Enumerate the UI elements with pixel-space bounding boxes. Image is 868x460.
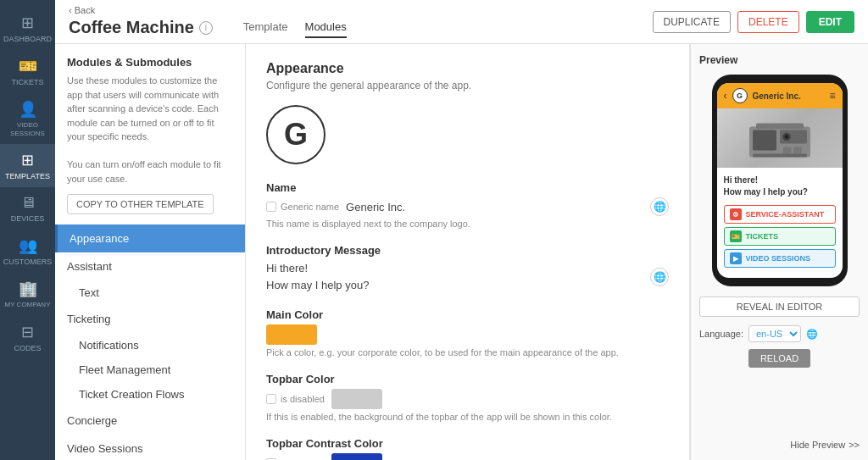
topbar-left: ‹ Back Coffee Machine i Template Modules	[69, 5, 347, 38]
topbar-color-checkbox-label[interactable]: is disabled	[266, 394, 325, 404]
intro-text: Hi there! How may I help you?	[266, 260, 643, 293]
topbar-color-checkbox[interactable]	[266, 394, 276, 404]
topbar-contrast-color-field: Topbar Contrast Color is disabled If thi…	[266, 437, 669, 460]
sidebar-item-dashboard[interactable]: ⊞ DASHBOARD	[0, 7, 55, 50]
sidebar-item-codes[interactable]: ⊟ CODES	[0, 316, 55, 359]
name-checkbox[interactable]	[266, 202, 276, 212]
svg-point-6	[784, 135, 788, 139]
service-icon: ⚙	[730, 208, 742, 220]
modules-header: Modules & Submodules	[55, 44, 245, 74]
sidebar-item-video-sessions[interactable]: 👤 VIDEO SESSIONS	[0, 93, 55, 144]
center-content: Appearance Configure the general appeara…	[246, 44, 690, 460]
sidebar-item-my-company[interactable]: 🏢 MY COMPANY	[0, 273, 55, 316]
phone-menu-icon: ≡	[829, 90, 835, 102]
appearance-title: Appearance	[266, 61, 669, 76]
main-color-swatch[interactable]	[266, 324, 317, 345]
modules-panel: Modules & Submodules Use these modules t…	[55, 44, 246, 460]
sidebar-item-tickets[interactable]: 🎫 TICKETS	[0, 50, 55, 93]
main-color-desc: Pick a color, e.g. your corporate color,…	[266, 347, 669, 357]
phone-logo-small: G	[732, 88, 748, 103]
tickets-icon-small: 🎫	[730, 230, 742, 242]
module-section-ticketing[interactable]: Ticketing	[55, 305, 245, 333]
name-value: Generic Inc.	[346, 201, 643, 213]
topbar-contrast-swatch[interactable]	[331, 453, 382, 460]
module-sub-item-ticket-creation-flows[interactable]: Ticket Creation Flows	[55, 382, 245, 407]
svg-rect-8	[756, 123, 804, 128]
my-company-icon: 🏢	[19, 280, 37, 298]
main-color-label: Main Color	[266, 308, 669, 321]
info-icon[interactable]: i	[199, 21, 213, 35]
chevron-right-icon: >>	[849, 440, 860, 450]
module-section-concierge[interactable]: Concierge	[55, 407, 245, 435]
module-sub-item-text[interactable]: Text	[55, 280, 245, 305]
topbar-color-field: Topbar Color is disabled If this is enab…	[266, 373, 669, 422]
svg-rect-1	[753, 130, 776, 150]
phone-content: Hi there! How may I help you? ⚙ SERVICE-…	[717, 168, 843, 278]
language-globe-icon: 🌐	[806, 329, 818, 340]
name-field: Name Generic name Generic Inc. 🌐 This na…	[266, 181, 669, 229]
module-item-appearance[interactable]: Appearance	[55, 224, 245, 252]
module-sub-item-notifications[interactable]: Notifications	[55, 333, 245, 357]
language-select[interactable]: en-US	[748, 325, 801, 342]
dashboard-icon: ⊞	[21, 14, 34, 32]
phone-company-name: Generic Inc.	[753, 91, 825, 101]
reveal-in-editor-button[interactable]: REVEAL IN EDITOR	[699, 297, 860, 317]
phone-topbar: ‹ G Generic Inc. ≡	[717, 83, 843, 108]
phone-btn-service[interactable]: ⚙ SERVICE-ASSISTANT	[724, 205, 836, 224]
reload-button[interactable]: RELOAD	[748, 349, 810, 368]
back-link[interactable]: ‹ Back	[69, 5, 347, 15]
phone-screen: ‹ G Generic Inc. ≡	[717, 83, 843, 278]
content-row: Modules & Submodules Use these modules t…	[55, 44, 868, 460]
sidebar-item-templates[interactable]: ⊞ TEMPLATES	[0, 144, 55, 187]
topbar-color-swatch[interactable]	[331, 389, 382, 409]
sidebar-item-customers[interactable]: 👥 CUSTOMERS	[0, 230, 55, 273]
page-title: Coffee Machine	[69, 18, 194, 37]
tab-modules[interactable]: Modules	[305, 17, 347, 38]
module-section-video-sessions[interactable]: Video Sessions	[55, 435, 245, 460]
topbar-color-row: is disabled	[266, 389, 669, 409]
page-title-row: Coffee Machine i Template Modules	[69, 17, 347, 38]
customers-icon: 👥	[19, 236, 37, 255]
name-hint: This name is displayed next to the compa…	[266, 219, 669, 229]
devices-icon: 🖥	[20, 194, 36, 212]
modules-desc: Use these modules to customize the app t…	[55, 74, 245, 194]
duplicate-button[interactable]: DUPLICATE	[653, 11, 731, 33]
intro-globe-icon[interactable]: 🌐	[650, 268, 669, 286]
intro-label: Introductory Message	[266, 244, 669, 257]
app-logo-preview: G	[266, 105, 326, 164]
topbar: ‹ Back Coffee Machine i Template Modules…	[55, 0, 868, 44]
delete-button[interactable]: DELETE	[737, 11, 799, 33]
appearance-subtitle: Configure the general appearance of the …	[266, 80, 669, 91]
preview-label: Preview	[699, 54, 737, 66]
hide-preview-link[interactable]: Hide Preview >>	[790, 440, 860, 450]
edit-button[interactable]: EDIT	[806, 11, 854, 33]
svg-rect-7	[753, 153, 807, 157]
main-wrapper: ‹ Back Coffee Machine i Template Modules…	[55, 0, 868, 460]
video-sessions-icon: 👤	[19, 100, 37, 119]
topbar-tabs: Template Modules	[243, 17, 347, 38]
phone-back-arrow-icon: ‹	[724, 90, 727, 102]
sidebar-item-devices[interactable]: 🖥 DEVICES	[0, 187, 55, 230]
templates-icon: ⊞	[21, 151, 34, 169]
name-checkbox-label[interactable]: Generic name	[266, 202, 339, 212]
sidebar-nav: ⊞ DASHBOARD 🎫 TICKETS 👤 VIDEO SESSIONS ⊞…	[0, 0, 55, 460]
intro-field: Introductory Message Hi there! How may I…	[266, 244, 669, 293]
module-sub-item-fleet-management[interactable]: Fleet Management	[55, 357, 245, 382]
main-color-row	[266, 324, 669, 345]
phone-btn-video[interactable]: ▶ VIDEO SESSIONS	[724, 249, 836, 268]
svg-rect-3	[783, 147, 792, 153]
phone-btn-tickets[interactable]: 🎫 TICKETS	[724, 227, 836, 246]
name-label: Name	[266, 181, 669, 194]
tickets-icon: 🎫	[19, 57, 37, 75]
topbar-contrast-label: Topbar Contrast Color	[266, 437, 669, 450]
main-color-field: Main Color Pick a color, e.g. your corpo…	[266, 308, 669, 357]
phone-mockup: ‹ G Generic Inc. ≡	[712, 75, 848, 286]
globe-icon[interactable]: 🌐	[650, 197, 669, 216]
copy-to-template-button[interactable]: COPY TO OTHER TEMPLATE	[67, 194, 214, 214]
tab-template[interactable]: Template	[243, 17, 288, 38]
module-section-assistant[interactable]: Assistant	[55, 252, 245, 280]
intro-input-row: Hi there! How may I help you? 🌐	[266, 260, 669, 293]
topbar-color-desc: If this is enabled, the background of th…	[266, 412, 669, 422]
topbar-color-label: Topbar Color	[266, 373, 669, 385]
phone-machine-img	[717, 108, 843, 168]
